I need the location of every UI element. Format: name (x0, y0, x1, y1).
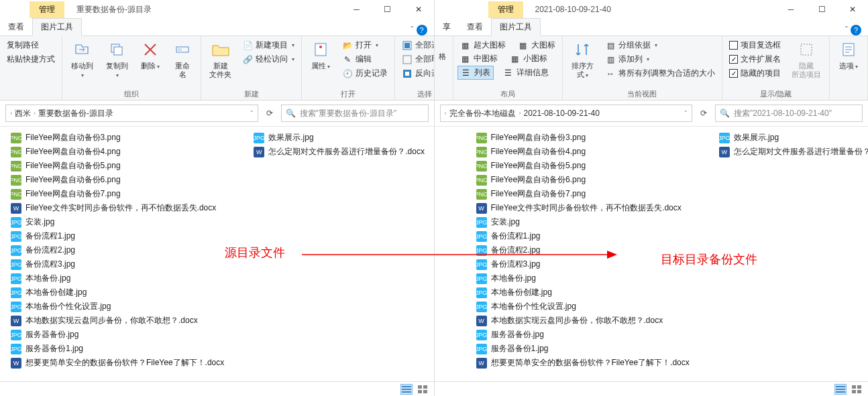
list-view-button[interactable]: ☰列表 (457, 66, 494, 80)
details-view-button[interactable]: ☰详细信息 (500, 66, 551, 80)
large-icons-view-icon[interactable] (417, 384, 429, 395)
select-none-button[interactable]: 全部取消 (399, 53, 435, 66)
file-item[interactable]: JPG本地备份.jpg (9, 271, 225, 285)
copy-to-button[interactable]: 复制到 (101, 38, 132, 81)
help-icon[interactable]: ? (851, 25, 861, 36)
manage-tab[interactable]: 管理 (30, 1, 64, 18)
file-item[interactable]: JPG本地备份个性化设置.jpg (475, 300, 691, 314)
file-item[interactable]: PNGFileYee网盘自动备份7.png (475, 187, 691, 201)
history-button[interactable]: 🕘历史记录 (339, 67, 390, 80)
file-item[interactable]: JPG安装.jpg (475, 215, 691, 229)
file-item[interactable]: JPG备份流程3.jpg (9, 257, 225, 271)
file-item[interactable]: W想要更简单安全的数据备份软件？FileYee了解下！.docx (475, 356, 691, 370)
size-columns-button[interactable]: ↔将所有列调整为合适的大小 (602, 67, 718, 80)
search-input[interactable]: 🔍 搜索"2021-08-10-09-21-40" (715, 105, 863, 122)
minimize-button[interactable]: ─ (341, 0, 372, 19)
tab-picture-tools[interactable]: 图片工具 (32, 18, 82, 36)
move-to-button[interactable]: 移动到 (66, 38, 97, 81)
tab-picture-tools[interactable]: 图片工具 (491, 18, 541, 36)
file-item[interactable]: JPG备份流程1.jpg (475, 229, 691, 243)
breadcrumb-seg[interactable]: 重要数据备份-源目录 (38, 108, 113, 119)
file-item[interactable]: JPG本地备份.jpg (475, 271, 691, 285)
hide-selected-button[interactable]: 隐藏 所选项目 (788, 38, 825, 80)
breadcrumb-seg[interactable]: 西米 (15, 108, 31, 119)
properties-button[interactable]: 属性 (306, 38, 335, 72)
refresh-button[interactable]: ⟳ (698, 109, 710, 118)
medium-icons-button[interactable]: ▦中图标 (457, 52, 500, 65)
file-item[interactable]: W怎么定期对文件服务器进行增量备份？.docx (252, 145, 426, 159)
breadcrumb-seg[interactable]: 完全备份-本地磁盘 (449, 108, 517, 119)
file-item[interactable]: JPG服务器备份.jpg (9, 328, 225, 342)
file-item[interactable]: JPG本地备份个性化设置.jpg (9, 300, 225, 314)
breadcrumb[interactable]: ‹ 完全备份-本地磁盘 › 2021-08-10-09-21-40 ˅ (440, 105, 693, 122)
close-button[interactable]: ✕ (403, 0, 434, 19)
breadcrumb-seg[interactable]: 2021-08-10-09-21-40 (524, 109, 600, 118)
file-item[interactable]: PNGFileYee网盘自动备份5.png (9, 159, 225, 173)
refresh-button[interactable]: ⟳ (264, 109, 276, 118)
file-item[interactable]: PNGFileYee网盘自动备份6.png (9, 173, 225, 187)
file-item[interactable]: JPG效果展示.jpg (252, 131, 426, 145)
tab-view[interactable]: 查看 (459, 19, 491, 36)
help-icon[interactable]: ? (417, 25, 427, 36)
file-extensions-toggle[interactable]: 文件扩展名 (726, 53, 783, 66)
select-all-button[interactable]: 全部选择 (399, 39, 435, 52)
small-icons-button[interactable]: ▦小图标 (507, 52, 550, 65)
large-icons-button[interactable]: ▦大图标 (515, 39, 558, 52)
file-item[interactable]: JPG备份流程1.jpg (9, 229, 225, 243)
file-item[interactable]: WFileYee文件实时同步备份软件，再不怕数据丢失.docx (475, 201, 691, 215)
file-list[interactable]: PNGFileYee网盘自动备份3.pngPNGFileYee网盘自动备份4.p… (435, 127, 869, 381)
maximize-button[interactable]: ☐ (806, 0, 837, 19)
sort-by-button[interactable]: 排序方式 (567, 38, 599, 81)
file-item[interactable]: PNGFileYee网盘自动备份7.png (9, 187, 225, 201)
copy-path-button[interactable]: 复制路径 (4, 39, 58, 52)
xlarge-icons-button[interactable]: ▦超大图标 (457, 39, 508, 52)
rename-button[interactable]: 重命名 (168, 38, 197, 80)
details-view-icon[interactable] (400, 384, 413, 395)
file-item[interactable]: JPG备份流程2.jpg (475, 243, 691, 257)
file-item[interactable]: JPG服务器备份1.jpg (475, 342, 691, 356)
item-checkboxes-toggle[interactable]: 项目复选框 (726, 39, 783, 52)
file-item[interactable]: PNGFileYee网盘自动备份3.png (9, 131, 225, 145)
search-input[interactable]: 🔍 搜索"重要数据备份-源目录" (281, 105, 429, 122)
file-item[interactable]: W本地数据实现云盘同步备份，你敢不敢想？.docx (475, 314, 691, 328)
file-item[interactable]: JPG本地备份创建.jpg (475, 285, 691, 300)
file-item[interactable]: PNGFileYee网盘自动备份4.png (475, 145, 691, 159)
options-button[interactable]: 选项 (834, 38, 863, 72)
file-list[interactable]: PNGFileYee网盘自动备份3.pngPNGFileYee网盘自动备份4.p… (0, 127, 434, 381)
open-button[interactable]: 📂打开 (339, 39, 390, 52)
tab-share[interactable]: 享 (435, 19, 459, 36)
breadcrumb[interactable]: › 西米 › 重要数据备份-源目录 ˅ (5, 105, 258, 122)
large-icons-view-icon[interactable] (851, 384, 863, 395)
edit-button[interactable]: ✎编辑 (339, 53, 390, 66)
new-folder-button[interactable]: 新建 文件夹 (205, 38, 235, 80)
invert-selection-button[interactable]: 反向选择 (399, 67, 435, 80)
file-item[interactable]: PNGFileYee网盘自动备份3.png (475, 131, 691, 145)
file-item[interactable]: JPG服务器备份.jpg (475, 328, 691, 342)
file-item[interactable]: JPG备份流程2.jpg (9, 243, 225, 257)
file-item[interactable]: PNGFileYee网盘自动备份5.png (475, 159, 691, 173)
manage-tab[interactable]: 管理 (488, 1, 523, 18)
maximize-button[interactable]: ☐ (372, 0, 403, 19)
file-item[interactable]: W怎么定期对文件服务器进行增量备份？.docx (718, 145, 868, 159)
file-item[interactable]: JPG本地备份创建.jpg (9, 285, 225, 300)
paste-shortcut-button[interactable]: 粘贴快捷方式 (4, 53, 58, 66)
file-item[interactable]: JPG效果展示.jpg (718, 131, 868, 145)
minimize-button[interactable]: ─ (775, 0, 806, 19)
file-item[interactable]: JPG服务器备份1.jpg (9, 342, 225, 356)
group-by-button[interactable]: ▤分组依据 (602, 39, 718, 52)
easy-access-button[interactable]: 🔗轻松访问 (239, 53, 297, 66)
file-item[interactable]: JPG安装.jpg (9, 215, 225, 229)
hidden-items-toggle[interactable]: 隐藏的项目 (726, 67, 783, 80)
new-item-button[interactable]: 📄新建项目 (239, 39, 297, 52)
ribbon-collapse[interactable]: ˆ? (411, 25, 427, 36)
file-item[interactable]: PNGFileYee网盘自动备份4.png (9, 145, 225, 159)
file-item[interactable]: WFileYee文件实时同步备份软件，再不怕数据丢失.docx (9, 201, 225, 215)
delete-button[interactable]: 删除 (136, 38, 164, 72)
close-button[interactable]: ✕ (837, 0, 868, 19)
file-item[interactable]: PNGFileYee网盘自动备份6.png (475, 173, 691, 187)
add-columns-button[interactable]: ▥添加列 (602, 53, 718, 66)
tab-view[interactable]: 查看 (0, 19, 32, 36)
file-item[interactable]: W想要更简单安全的数据备份软件？FileYee了解下！.docx (9, 356, 225, 370)
details-view-icon[interactable] (834, 384, 847, 395)
file-item[interactable]: W本地数据实现云盘同步备份，你敢不敢想？.docx (9, 314, 225, 328)
